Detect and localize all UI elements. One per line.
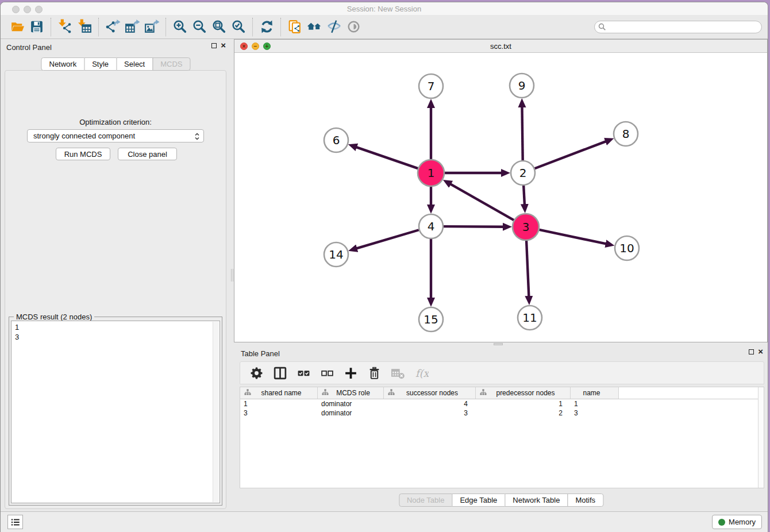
node-label: 11 [522, 311, 537, 325]
edge-2-9[interactable] [522, 107, 522, 160]
export-table-icon [125, 19, 140, 34]
graph-node-9[interactable]: 9 [510, 74, 534, 98]
edge-2-3[interactable] [523, 186, 525, 205]
unselect-all-columns-button[interactable] [320, 366, 334, 380]
open-session-icon [10, 19, 25, 34]
app-title: Session: New Session [1, 5, 768, 13]
zoom-out-button[interactable] [190, 17, 209, 37]
network-canvas[interactable]: 7968124314101511 [234, 53, 767, 342]
graph-node-6[interactable]: 6 [324, 128, 348, 152]
table-cell[interactable]: 1 [476, 399, 571, 408]
export-network-button[interactable] [103, 17, 122, 37]
edge-4-3[interactable] [444, 226, 503, 227]
clone-network-button[interactable] [285, 17, 305, 37]
memory-button[interactable]: Memory [712, 515, 762, 529]
import-network-icon [57, 19, 73, 34]
zoom-fit-button[interactable] [209, 17, 229, 37]
table-cell[interactable]: 1 [240, 399, 318, 408]
table-panel-float-icon[interactable] [749, 349, 754, 354]
graph-node-1[interactable]: 1 [418, 160, 444, 186]
vertical-splitter-grip[interactable] [231, 269, 233, 282]
edge-1-6[interactable] [356, 147, 418, 168]
add-column-button[interactable] [344, 366, 358, 380]
column-header-MCDS-role[interactable]: MCDS role [318, 387, 384, 399]
tab-select[interactable]: Select [116, 57, 153, 71]
tab-edge-table[interactable]: Edge Table [452, 494, 505, 507]
tab-network[interactable]: Network [41, 57, 84, 71]
svg-text:f(x): f(x) [415, 367, 429, 379]
zoom-in-button[interactable] [170, 17, 190, 37]
save-session-button[interactable] [27, 17, 47, 37]
hide-selected-button[interactable] [324, 17, 344, 37]
table-panel-close-icon[interactable]: × [758, 349, 763, 354]
task-history-button[interactable] [7, 515, 23, 529]
control-panel: Control Panel × NetworkStyleSelectMCDS O… [1, 39, 230, 511]
table-cell[interactable]: 3 [571, 408, 619, 418]
table-cell[interactable]: dominator [318, 408, 384, 418]
edge-2-8[interactable] [535, 141, 606, 168]
tab-mcds[interactable]: MCDS [152, 57, 190, 71]
table-panel: Table Panel × f(x) shared nameMCDS roles… [234, 345, 768, 511]
criterion-select[interactable]: strongly connected component [27, 129, 204, 142]
import-table-icon [77, 19, 93, 34]
tab-motifs[interactable]: Motifs [567, 494, 603, 507]
table-cell[interactable]: 1 [571, 399, 619, 408]
mcds-result-list[interactable]: 13 [11, 321, 220, 503]
table-cell[interactable]: dominator [318, 399, 384, 408]
export-table-button[interactable] [122, 17, 142, 37]
edge-3-10[interactable] [539, 230, 606, 244]
graph-node-3[interactable]: 3 [513, 214, 539, 240]
graph-node-15[interactable]: 15 [419, 307, 443, 331]
app-window: Session: New Session Control Panel × Net… [0, 2, 768, 532]
table-row[interactable]: 1dominator411 [240, 399, 764, 408]
import-network-button[interactable] [55, 17, 75, 37]
column-header-name[interactable]: name [571, 387, 619, 399]
graph-node-4[interactable]: 4 [419, 214, 443, 238]
graph-node-10[interactable]: 10 [615, 236, 639, 260]
search-input[interactable] [594, 21, 762, 33]
edge-4-14[interactable] [356, 230, 418, 248]
graph-node-11[interactable]: 11 [518, 306, 542, 330]
column-header-shared-name[interactable]: shared name [240, 387, 318, 399]
graph-node-14[interactable]: 14 [324, 242, 348, 267]
node-label: 6 [333, 133, 340, 147]
control-panel-title: Control Panel [6, 43, 52, 52]
column-header-label: predecessor nodes [487, 389, 570, 397]
tab-node-table[interactable]: Node Table [399, 494, 453, 507]
control-panel-close-icon[interactable]: × [221, 43, 226, 48]
graph-node-7[interactable]: 7 [419, 74, 443, 98]
run-mcds-button[interactable]: Run MCDS [56, 148, 110, 160]
table-row[interactable]: 3dominator323 [240, 408, 764, 418]
tab-network-table[interactable]: Network Table [505, 494, 568, 507]
tab-style[interactable]: Style [84, 57, 117, 71]
table-cell[interactable]: 2 [476, 408, 571, 418]
column-layout-button[interactable] [273, 366, 287, 380]
show-hidden-button[interactable] [344, 17, 363, 37]
table-cell[interactable]: 3 [384, 408, 476, 418]
network-window-title: scc.txt [234, 42, 767, 51]
edge-3-1[interactable] [451, 184, 514, 220]
show-hidden-icon [346, 19, 361, 34]
close-panel-button[interactable]: Close panel [118, 148, 177, 160]
control-panel-float-icon[interactable] [211, 43, 217, 48]
table-cell[interactable]: 4 [384, 399, 476, 408]
column-header-predecessor-nodes[interactable]: predecessor nodes [476, 387, 571, 399]
refresh-button[interactable] [257, 17, 276, 37]
mcds-result-scrollbar[interactable] [213, 322, 219, 502]
delete-column-button[interactable] [367, 366, 382, 380]
table-scrollbar[interactable] [758, 387, 764, 488]
settings-button[interactable] [249, 366, 264, 380]
select-all-columns-button[interactable] [297, 366, 311, 380]
edge-3-11[interactable] [526, 241, 529, 296]
graph-node-8[interactable]: 8 [614, 122, 638, 146]
first-neighbors-button[interactable] [305, 17, 324, 37]
control-panel-titlebar: Control Panel × [1, 39, 230, 54]
table-toolbar: f(x) [240, 361, 764, 384]
import-table-button[interactable] [75, 17, 94, 37]
graph-node-2[interactable]: 2 [511, 161, 535, 185]
column-header-successor-nodes[interactable]: successor nodes [384, 387, 476, 399]
zoom-selected-button[interactable] [229, 17, 248, 37]
open-session-button[interactable] [7, 17, 27, 37]
export-image-button[interactable] [142, 17, 161, 37]
table-cell[interactable]: 3 [240, 408, 318, 418]
